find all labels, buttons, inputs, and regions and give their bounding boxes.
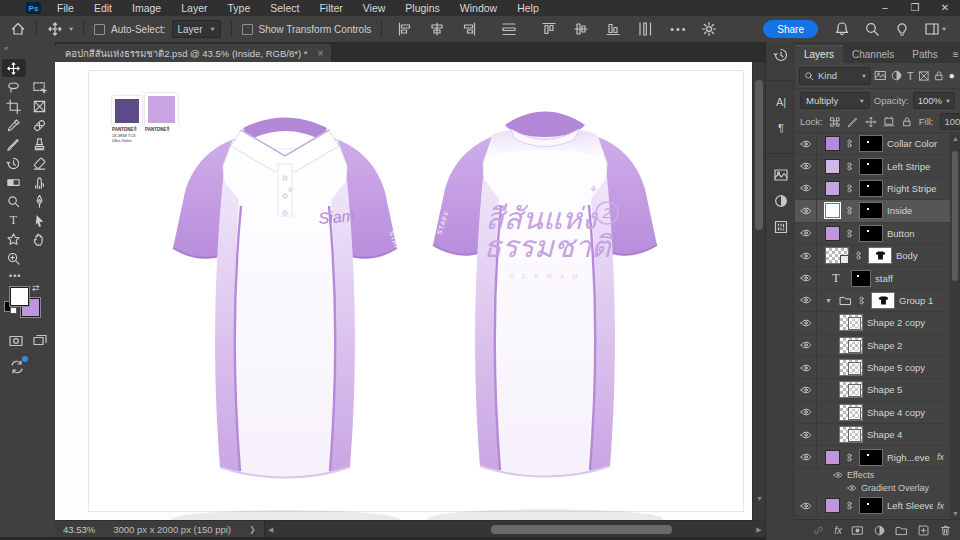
menu-item-plugins[interactable]: Plugins [395,2,449,14]
layer-color-swatch[interactable] [825,136,840,151]
healing-brush-tool[interactable] [28,116,52,134]
status-expand-icon[interactable]: ❯ [241,525,264,534]
layer-visibility-eye-icon[interactable] [795,178,817,199]
lock-pixels-icon[interactable] [847,116,859,128]
layer-color-swatch[interactable] [825,203,840,218]
type-tool[interactable]: T [2,211,26,229]
layer-row-body[interactable]: Body [795,245,960,267]
layers-scrollbar[interactable]: ▲ ▼ [950,133,960,519]
filter-kind-dropdown[interactable]: Kind ▾ [799,67,871,85]
layer-visibility-eye-icon[interactable] [795,155,817,176]
layer-row-collar-color[interactable]: Collar Color [795,133,960,155]
layer-name[interactable]: Shape 5 copy [867,362,960,373]
canvas-horizontal-scrollbar[interactable]: ◀ ▶ [264,521,765,538]
distribute-horizontal-icon[interactable] [496,21,522,37]
layer-color-swatch[interactable] [825,498,840,513]
libraries-panel-icon[interactable] [766,162,796,188]
layer-row-inside[interactable]: Inside [795,200,960,222]
tab-paths[interactable]: Paths [903,46,947,63]
crop-tool[interactable] [2,97,26,115]
move-tool[interactable] [2,59,26,77]
opacity-field[interactable]: 100% ▾ [913,92,955,109]
edit-toolbar-icon[interactable]: ••• [0,267,55,283]
layer-mask-thumbnail[interactable] [851,270,871,287]
move-tool-icon[interactable] [47,21,63,37]
maximize-button[interactable]: ❐ [900,0,930,16]
lasso-tool[interactable] [2,78,26,96]
layer-visibility-eye-icon[interactable] [795,379,817,400]
zoom-tool[interactable] [2,249,26,267]
align-top-icon[interactable] [536,21,562,37]
search-icon[interactable] [864,21,880,37]
mask-link-icon[interactable] [853,250,864,261]
menu-item-layer[interactable]: Layer [171,2,217,14]
layer-visibility-eye-icon[interactable] [795,133,817,154]
align-bottom-icon[interactable] [600,21,626,37]
layer-mask-thumbnail[interactable] [859,497,883,514]
notifications-bell-icon[interactable] [834,21,850,37]
lock-artboard-icon[interactable] [883,116,895,128]
path-selection-tool[interactable] [28,211,52,229]
scrollbar-thumb[interactable] [491,525,672,534]
pen-tool[interactable] [28,192,52,210]
layer-row-group-1[interactable]: ▼Group 1 [795,290,960,312]
rectangular-marquee-tool[interactable] [28,59,52,77]
scrollbar-thumb[interactable] [952,151,958,281]
quick-mask-icon[interactable] [8,333,24,349]
filter-shape-layers-icon[interactable] [918,70,930,82]
align-left-icon[interactable] [392,21,418,37]
brush-tool[interactable] [2,135,26,153]
menu-item-window[interactable]: Window [450,2,507,14]
effect-row-effects[interactable]: Effects [795,517,960,519]
layer-name[interactable]: Left Sleeve [887,500,933,511]
align-center-vertical-icon[interactable] [568,21,594,37]
layer-row-right-stripe[interactable]: Right Stripe [795,178,960,200]
scroll-right-icon[interactable]: ▶ [753,526,765,534]
layer-row-left-stripe[interactable]: Left Stripe [795,155,960,177]
layer-visibility-eye-icon[interactable] [795,335,817,356]
layer-row-shape-5[interactable]: Shape 5 [795,379,960,401]
scroll-down-icon[interactable]: ▼ [756,495,763,502]
layer-name[interactable]: Shape 4 copy [867,407,960,418]
layer-mask-thumbnail[interactable] [859,449,883,466]
layer-mask-thumbnail[interactable] [859,180,883,197]
layer-color-swatch[interactable] [825,181,840,196]
layer-visibility-eye-icon[interactable] [795,290,817,311]
lock-transparency-icon[interactable] [829,116,841,128]
scrollbar-track[interactable] [277,525,753,534]
shape-layer-thumbnail[interactable] [839,404,863,421]
dodge-tool[interactable] [2,192,26,210]
layer-row-shape-2-copy[interactable]: Shape 2 copy [795,312,960,334]
group-expand-chevron-icon[interactable]: ▼ [825,297,835,304]
add-mask-icon[interactable] [851,524,864,537]
blend-mode-dropdown[interactable]: Multiply ▾ [800,92,870,109]
tab-close-icon[interactable]: × [317,48,323,59]
scroll-left-icon[interactable]: ◀ [265,526,277,534]
filter-pixel-layers-icon[interactable] [874,69,887,82]
screen-mode-icon[interactable] [32,333,48,349]
menu-item-image[interactable]: Image [122,2,171,14]
gradient-tool[interactable] [2,173,26,191]
minimize-button[interactable]: – [870,0,900,16]
effect-visibility-eye-icon[interactable] [833,470,843,480]
shape-layer-thumbnail[interactable] [839,314,863,331]
effect-row-gradient-overlay[interactable]: Gradient Overlay [795,482,960,495]
align-center-horizontal-icon[interactable] [424,21,450,37]
layer-visibility-eye-icon[interactable] [795,424,817,445]
layer-style-icon[interactable]: fx [834,525,842,536]
frame-tool[interactable] [28,97,52,115]
home-icon[interactable] [10,21,26,37]
show-transform-checkbox[interactable] [242,24,253,35]
collapse-toolbar-icon[interactable]: « [0,42,55,55]
mask-link-icon[interactable] [844,183,855,194]
new-layer-icon[interactable] [917,524,930,537]
mask-link-icon[interactable] [844,500,855,511]
mask-link-icon[interactable] [844,452,855,463]
layer-mask-thumbnail[interactable] [859,135,883,152]
scroll-down-icon[interactable]: ▼ [952,510,959,517]
workspace-icon[interactable] [924,21,940,37]
layer-name[interactable]: Shape 2 [867,340,960,351]
panel-menu-icon[interactable]: ≡ [947,49,960,63]
scrollbar-thumb[interactable] [755,80,763,230]
layer-visibility-eye-icon[interactable] [795,495,817,516]
